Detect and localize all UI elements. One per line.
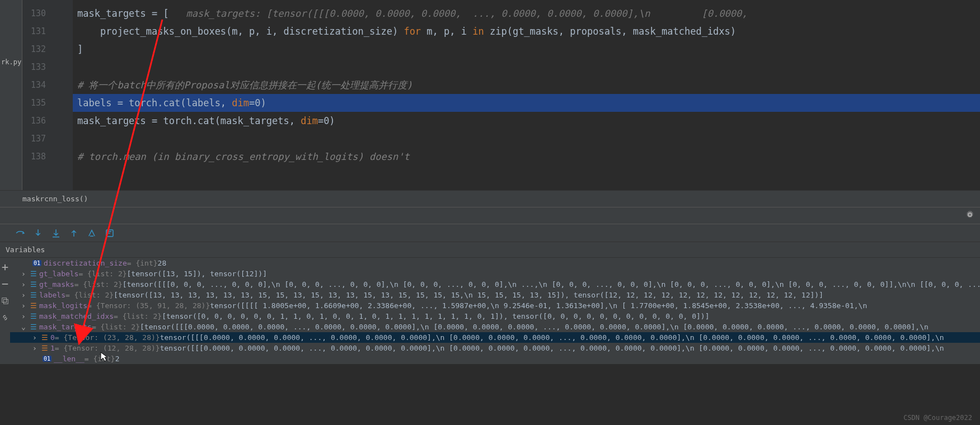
var-name: mask_targets — [39, 323, 92, 331]
var-row[interactable]: 01 discretization_size = {int} 28 — [10, 258, 980, 268]
var-type: = {list: 2} — [74, 280, 123, 289]
var-value: [tensor([13, 15]), tensor([12])] — [127, 270, 267, 278]
breadcrumb-label: maskrcnn_loss() — [22, 195, 88, 203]
var-value: tensor([[[0.0000, 0.0000, 0.0000, ..., 0… — [160, 333, 944, 342]
var-row[interactable]: › ☰ 1 = {Tensor: (12, 28, 28)} tensor([[… — [10, 343, 980, 353]
debug-toolbar — [0, 224, 980, 242]
debug-header — [0, 207, 980, 224]
var-type: = {Tensor: (23, 28, 28)} — [55, 333, 160, 342]
code-text: mask_targets = torch.cat(mask_targets, — [77, 115, 301, 126]
file-tab[interactable]: rk.py — [0, 56, 22, 68]
var-type: = {list: 2} — [114, 312, 162, 320]
var-type: = {list: 2} — [78, 270, 126, 278]
var-value: [tensor([13, 13, 13, 13, 13, 13, 15, 15,… — [114, 291, 823, 299]
code-text: =0) — [249, 97, 266, 108]
var-row[interactable]: › ☰ mask_logits = {Tensor: (35, 91, 28, … — [10, 300, 980, 311]
code-editor[interactable]: 130 131 132 133 134 135 136 137 138 mask… — [22, 0, 980, 190]
current-line[interactable]: labels = torch.cat(labels, dim=0) — [73, 94, 980, 112]
var-name: 1 — [50, 344, 55, 352]
line-number: 137 — [22, 130, 50, 148]
var-name: labels — [39, 291, 65, 299]
project-sidebar: rk.py — [0, 0, 22, 190]
var-type: = {int} — [85, 355, 115, 363]
svg-rect-1 — [2, 298, 7, 303]
chevron-right-icon[interactable]: › — [21, 301, 29, 310]
line-number: 133 — [22, 58, 50, 76]
var-row[interactable]: › ☰ labels = {list: 2} [tensor([13, 13, … — [10, 290, 980, 300]
watermark: CSDN @Courage2022 — [903, 414, 972, 422]
var-type: = {int} — [127, 259, 158, 267]
int-icon: 01 — [32, 260, 41, 266]
var-row[interactable]: › ☰ gt_masks = {list: 2} [tensor([[[0, 0… — [10, 279, 980, 290]
svg-rect-2 — [3, 299, 8, 304]
var-type: = {Tensor: (12, 28, 28)} — [55, 344, 160, 352]
var-name: discretization_size — [44, 259, 127, 267]
code-text: project_masks_on_boxes(m, p, i, discreti… — [77, 26, 404, 37]
add-watch-icon[interactable] — [0, 262, 10, 272]
chevron-right-icon[interactable]: › — [21, 270, 29, 278]
variables-title: Variables — [0, 242, 980, 258]
line-gutter: 130 131 132 133 134 135 136 137 138 — [22, 0, 50, 190]
chevron-right-icon[interactable]: › — [21, 280, 29, 289]
tensor-icon: ☰ — [41, 344, 48, 352]
chevron-down-icon[interactable]: ⌄ — [21, 323, 29, 331]
keyword: in — [472, 26, 484, 37]
var-value: 28 — [158, 259, 167, 267]
var-value: [tensor([[[0, 0, 0, ..., 0, 0, 0],\n [0,… — [123, 280, 980, 289]
code-text: mask_targets = [ — [77, 8, 186, 19]
gear-icon[interactable] — [965, 210, 974, 221]
debug-panel: Variables 01 discretization_size = {int}… — [0, 207, 980, 364]
chevron-right-icon[interactable]: › — [32, 344, 40, 352]
code-text: labels = torch.cat(labels, — [77, 97, 232, 108]
variables-tree[interactable]: 01 discretization_size = {int} 28 › ☰ gt… — [10, 258, 980, 364]
chevron-right-icon[interactable]: › — [32, 333, 40, 342]
vars-sidebar — [0, 258, 10, 364]
chevron-right-icon[interactable]: › — [21, 291, 29, 299]
var-value: 2 — [115, 355, 120, 363]
var-value: tensor([[[0.0000, 0.0000, 0.0000, ..., 0… — [160, 344, 944, 352]
line-number: 131 — [22, 22, 50, 40]
chevron-right-icon[interactable]: › — [21, 312, 29, 320]
remove-watch-icon[interactable] — [0, 279, 10, 289]
var-name: mask_logits — [39, 301, 87, 310]
step-over-icon[interactable] — [15, 228, 26, 239]
var-row[interactable]: 01 __len__ = {int} 2 — [10, 353, 980, 364]
breadcrumb[interactable]: maskrcnn_loss() — [0, 190, 980, 207]
code-body[interactable]: mask_targets = [ mask_targets: [tensor([… — [73, 0, 980, 190]
param: dim — [301, 115, 318, 126]
link-icon[interactable] — [0, 313, 10, 323]
line-number: 135 — [22, 94, 50, 112]
var-row[interactable]: › ☰ gt_labels = {list: 2} [tensor([13, 1… — [10, 268, 980, 279]
code-text: ] — [77, 44, 83, 55]
step-into-icon[interactable] — [32, 228, 44, 239]
var-value: [tensor([0, 0, 0, 0, 0, 0, 1, 1, 0, 1, 0… — [162, 312, 709, 320]
copy-icon[interactable] — [0, 296, 10, 306]
var-row[interactable]: › ☰ mask_matched_idxs = {list: 2} [tenso… — [10, 311, 980, 322]
var-name: gt_labels — [39, 270, 78, 278]
list-icon: ☰ — [30, 280, 37, 289]
var-name: mask_matched_idxs — [39, 312, 114, 320]
line-number: 132 — [22, 40, 50, 58]
int-icon: 01 — [43, 356, 51, 362]
var-value: [tensor([[[0.0000, 0.0000, 0.0000, ..., … — [140, 323, 929, 331]
tensor-icon: ☰ — [30, 301, 37, 310]
var-type: = {list: 2} — [92, 323, 140, 331]
line-number: 136 — [22, 112, 50, 130]
line-number: 138 — [22, 148, 50, 166]
list-icon: ☰ — [30, 323, 37, 331]
keyword: for — [404, 26, 421, 37]
code-text: =0) — [318, 115, 335, 126]
inline-hint: mask_targets: [tensor([[[0.0000, 0.0000,… — [186, 8, 747, 19]
line-number: 134 — [22, 76, 50, 94]
var-row-selected[interactable]: › ☰ 0 = {Tensor: (23, 28, 28)} tensor([[… — [10, 332, 980, 343]
list-icon: ☰ — [30, 291, 37, 299]
step-into-my-icon[interactable] — [50, 228, 62, 239]
list-icon: ☰ — [30, 270, 37, 278]
step-out-icon[interactable] — [68, 228, 79, 239]
var-row-mask-targets[interactable]: ⌄ ☰ mask_targets = {list: 2} [tensor([[[… — [10, 322, 980, 332]
evaluate-icon[interactable] — [104, 228, 115, 239]
var-value: tensor([[[[ 1.8005e+00, 1.6609e+00, 2.33… — [210, 301, 867, 310]
param: dim — [232, 97, 249, 108]
run-to-cursor-icon[interactable] — [86, 228, 97, 239]
comment: # 将一个batch中所有的Proposal对应信息拼接在一起(统一处理提高并行… — [77, 79, 412, 91]
